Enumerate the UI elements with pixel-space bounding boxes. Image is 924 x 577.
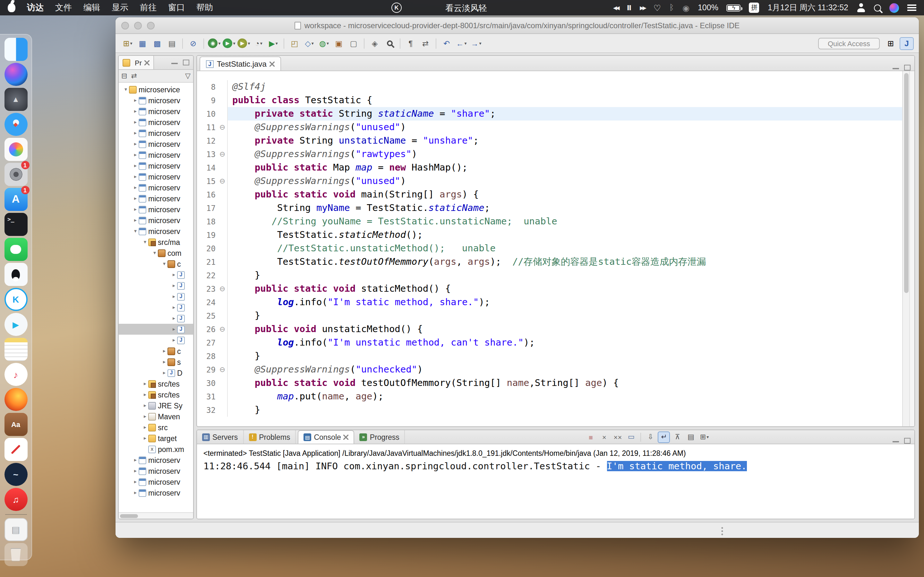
code-lines[interactable]: 8@Slf4j9public class TestStatic {10 priv…	[197, 71, 902, 426]
tree-expand-arrow[interactable]: ▸	[161, 359, 168, 365]
code-text[interactable]: }	[228, 309, 902, 322]
tree-item-23[interactable]: ▸J	[119, 335, 193, 346]
code-text[interactable]: private static String staticName = "shar…	[228, 107, 902, 121]
code-line-30[interactable]: 30 public static void testOutOfMemmory(S…	[197, 376, 902, 390]
tree-item-4[interactable]: ▸microserv	[119, 127, 193, 139]
code-line-22[interactable]: 22 }	[197, 269, 902, 282]
editor-scrollbar[interactable]	[902, 71, 909, 426]
code-text[interactable]: private String unstaticName = "unshare";	[228, 134, 902, 147]
word-wrap-icon[interactable]: ↵	[658, 431, 670, 443]
new-java-project-icon[interactable]: ◰	[288, 37, 302, 50]
code-text[interactable]: public static void staticMethod() {	[228, 282, 902, 295]
close-tab-icon[interactable]	[344, 435, 349, 440]
tree-item-19[interactable]: ▸J	[119, 291, 193, 302]
pin-console-icon[interactable]: ⊼	[671, 431, 683, 443]
code-text[interactable]: public static Map map = new HashMap();	[228, 161, 902, 174]
code-line-8[interactable]: 8@Slf4j	[197, 80, 902, 93]
code-text[interactable]: @SuppressWarnings("unchecked")	[228, 363, 902, 376]
tree-expand-arrow[interactable]: ▸	[132, 490, 139, 496]
scrollbar-thumb[interactable]	[904, 73, 909, 293]
menu-item-3[interactable]: 显示	[111, 2, 128, 13]
line-gutter-15[interactable]: 15⊖	[197, 174, 228, 188]
code-text[interactable]: public static void testOutOfMemmory(Stri…	[228, 376, 902, 390]
code-text[interactable]: //TestStatic.unstaticMethod(); unable	[228, 242, 902, 255]
dock-icon-documents[interactable]: ▤	[4, 518, 27, 541]
java-perspective-icon[interactable]: J	[900, 37, 914, 50]
open-perspective-icon[interactable]: ⊞	[884, 37, 898, 50]
tree-expand-arrow[interactable]: ▸	[132, 141, 139, 147]
tree-item-10[interactable]: ▸microserv	[119, 193, 193, 204]
tree-expand-arrow[interactable]: ▸	[171, 326, 177, 332]
line-gutter-12[interactable]: 12	[197, 134, 228, 147]
coverage-icon[interactable]: ▶▾	[237, 37, 251, 50]
maximize-console-icon[interactable]	[904, 438, 911, 444]
tree-item-37[interactable]: ▸microserv	[119, 487, 193, 498]
dock-icon-terminal[interactable]: >_	[4, 213, 27, 236]
tree-expand-arrow[interactable]: ▸	[171, 293, 177, 300]
dock-icon-video-player[interactable]: ▶	[4, 313, 27, 336]
tree-item-34[interactable]: ▸microserv	[119, 455, 193, 466]
code-line-32[interactable]: 32 }	[197, 403, 902, 417]
code-line-12[interactable]: 12 private String unstaticName = "unshar…	[197, 134, 902, 147]
code-line-11[interactable]: 11⊖ @SuppressWarnings("unused")	[197, 121, 902, 134]
new-file-icon[interactable]: ▢	[347, 37, 360, 50]
line-gutter-28[interactable]: 28	[197, 350, 228, 363]
tree-expand-arrow[interactable]: ▾	[161, 261, 168, 267]
tree-item-27[interactable]: ▸src/tes	[119, 378, 193, 389]
fold-toggle-icon[interactable]: ⊖	[218, 177, 227, 185]
code-line-29[interactable]: 29⊖ @SuppressWarnings("unchecked")	[197, 363, 902, 376]
tree-expand-arrow[interactable]: ▸	[132, 108, 139, 114]
dock-icon-launchpad[interactable]: ▲	[4, 88, 27, 111]
line-gutter-29[interactable]: 29⊖	[197, 363, 228, 376]
line-gutter-19[interactable]: 19	[197, 228, 228, 242]
code-text[interactable]: @SuppressWarnings("unused")	[228, 174, 902, 188]
tree-expand-arrow[interactable]: ▸	[132, 195, 139, 201]
tree-item-20[interactable]: ▸J	[119, 302, 193, 313]
save-all-icon[interactable]: ▩	[150, 37, 164, 50]
dock-icon-finder[interactable]	[4, 38, 27, 61]
line-gutter-17[interactable]: 17	[197, 201, 228, 215]
tab-teststatic-java[interactable]: J TestStatic.java	[200, 56, 281, 71]
tree-expand-arrow[interactable]: ▸	[132, 174, 139, 179]
line-gutter-13[interactable]: 13⊖	[197, 147, 228, 161]
tree-expand-arrow[interactable]: ▸	[132, 130, 139, 136]
tree-expand-arrow[interactable]: ▸	[161, 370, 168, 376]
tree-expand-arrow[interactable]: ▸	[171, 272, 177, 277]
fold-toggle-icon[interactable]: ⊖	[218, 325, 227, 334]
tree-item-1[interactable]: ▸microserv	[119, 95, 193, 106]
tree-expand-arrow[interactable]: ▸	[142, 392, 148, 398]
code-text[interactable]: public void unstaticMethod() {	[228, 322, 902, 336]
clear-console-icon[interactable]: ▭	[625, 431, 637, 443]
code-text[interactable]: log.info("I'm static method, share.");	[228, 295, 902, 309]
tree-expand-arrow[interactable]: ▾	[123, 87, 129, 92]
code-line-27[interactable]: 27 log.info("I'm unstatic method, can't …	[197, 336, 902, 350]
media-next-icon[interactable]: ▶▶	[640, 5, 645, 11]
tree-expand-arrow[interactable]: ▾	[152, 250, 158, 256]
tree-item-9[interactable]: ▸microserv	[119, 182, 193, 193]
tree-expand-arrow[interactable]: ▸	[171, 316, 177, 321]
menu-icon[interactable]	[907, 5, 916, 11]
dock-icon-firefox[interactable]	[4, 388, 27, 411]
tree-item-35[interactable]: ▸microserv	[119, 466, 193, 476]
tree-item-22[interactable]: ▸J	[119, 324, 193, 335]
code-text[interactable]: //String youName = TestStatic.unstaticNa…	[228, 215, 902, 228]
tree-expand-arrow[interactable]: ▸	[132, 468, 139, 474]
run-icon[interactable]: ▶▾	[222, 37, 236, 50]
close-view-icon[interactable]	[144, 60, 150, 65]
tree-item-31[interactable]: ▸src	[119, 422, 193, 433]
last-edit-icon[interactable]: ↶	[439, 37, 454, 50]
remove-all-launches-icon[interactable]: ××	[612, 431, 624, 443]
tab-progress[interactable]: »Progress	[355, 430, 405, 444]
code-line-10[interactable]: 10 private static String staticName = "s…	[197, 107, 902, 121]
tree-item-14[interactable]: ▾src/ma	[119, 237, 193, 247]
tree-item-25[interactable]: ▸s	[119, 356, 193, 367]
tab-project-explorer[interactable]: Pr	[119, 56, 154, 69]
line-gutter-30[interactable]: 30	[197, 376, 228, 390]
line-gutter-24[interactable]: 24	[197, 295, 228, 309]
media-pause-icon[interactable]: Ⅱ	[627, 3, 632, 12]
dock-icon-app-store[interactable]: A1	[4, 188, 27, 211]
line-gutter-18[interactable]: 18	[197, 215, 228, 228]
maximize-editor-icon[interactable]	[904, 65, 911, 71]
tree-item-11[interactable]: ▸microserv	[119, 204, 193, 215]
tree-item-26[interactable]: ▸JD	[119, 367, 193, 378]
